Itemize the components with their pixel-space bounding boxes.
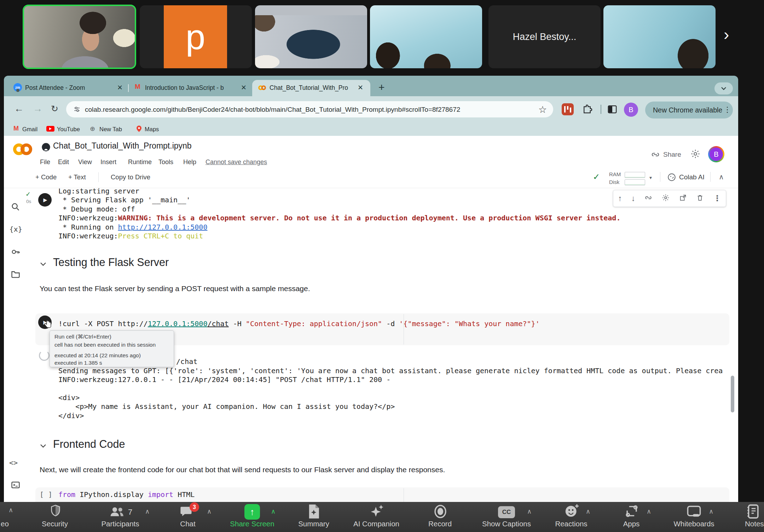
site-info-icon[interactable]: [73, 106, 81, 115]
chat-caret-icon[interactable]: ∧: [207, 508, 212, 515]
extensions-puzzle-icon[interactable]: [582, 104, 592, 116]
run-cell-button[interactable]: ▶: [38, 193, 52, 207]
bookmark-gmail[interactable]: Gmail: [22, 126, 37, 133]
menu-file[interactable]: File: [40, 158, 50, 166]
toolbar-item-video-partial[interactable]: eo: [1, 520, 9, 528]
share-screen-caret-icon[interactable]: ∧: [271, 508, 276, 515]
code-line-import[interactable]: from IPython.display import HTML: [58, 490, 195, 499]
bookmark-star-icon[interactable]: ☆: [538, 104, 547, 115]
flask-server-link[interactable]: http://127.0.0.1:5000: [118, 223, 208, 231]
participant-video[interactable]: [255, 5, 367, 68]
bookmark-new-tab[interactable]: New Tab: [99, 126, 122, 133]
captions-caret-icon[interactable]: ∧: [527, 508, 532, 515]
cell-exec-time: 0s: [26, 199, 31, 204]
colab-logo[interactable]: [12, 141, 33, 159]
share-button[interactable]: Share: [663, 151, 681, 158]
tab-intro-javascript[interactable]: Introduction to JavaScript - b: [145, 84, 224, 92]
collapse-sections-icon[interactable]: ∧: [719, 173, 724, 181]
cell-more-kebab-icon[interactable]: ⋮: [713, 194, 721, 203]
section-collapse-chevron-icon[interactable]: [40, 262, 47, 268]
menu-runtime[interactable]: Runtime: [128, 158, 152, 166]
apps-caret-icon[interactable]: ∧: [647, 508, 651, 515]
toolbar-divider: [601, 105, 601, 114]
participant-name-tile[interactable]: Hazel Bestoy...: [488, 5, 601, 68]
whiteboards-icon: [686, 505, 702, 520]
open-in-tab-icon[interactable]: [679, 194, 687, 203]
extension-icon[interactable]: [562, 103, 574, 115]
chrome-update-button[interactable]: New Chrome available ⋮: [645, 102, 733, 118]
toolbar-divider: [660, 172, 660, 182]
toolbar-item-notes[interactable]: Notes: [745, 520, 764, 528]
cell-toolbar: ↑ ↓ ⋮: [613, 190, 726, 207]
add-code-button[interactable]: + Code: [35, 173, 57, 181]
tab-close-icon[interactable]: ✕: [358, 83, 363, 92]
scrollbar-thumb[interactable]: [731, 376, 734, 412]
toolbar-item-record[interactable]: Record: [419, 520, 461, 528]
toolbar-item-whiteboards[interactable]: Whiteboards: [669, 520, 719, 528]
notebook-title[interactable]: Chat_Bot_Tutorial_With_Prompt.ipynb: [53, 141, 192, 151]
tab-overflow-button[interactable]: [714, 82, 733, 94]
cell-gutter[interactable]: [ ]: [40, 490, 52, 499]
toolbar-item-summary[interactable]: Summary: [289, 520, 338, 528]
participant-video[interactable]: [370, 5, 482, 68]
menu-view[interactable]: View: [78, 158, 92, 166]
side-panel-icon[interactable]: [607, 104, 618, 116]
code-snippets-icon[interactable]: <>: [9, 458, 18, 467]
bookmark-youtube[interactable]: YouTube: [57, 126, 80, 133]
menu-insert[interactable]: Insert: [100, 158, 116, 166]
toolbar-item-ai-companion[interactable]: AI Companion: [348, 520, 405, 528]
ram-gauge[interactable]: [625, 172, 645, 178]
gallery-more-arrow[interactable]: ›: [724, 25, 729, 44]
toolbar-item-apps[interactable]: Apps: [610, 520, 653, 528]
menu-edit[interactable]: Edit: [58, 158, 69, 166]
kebab-menu-icon[interactable]: ⋮: [724, 105, 731, 114]
back-icon[interactable]: ←: [14, 103, 24, 114]
participant-video-active-speaker[interactable]: [23, 5, 135, 68]
reload-icon[interactable]: ↻: [51, 104, 58, 114]
tab-close-icon[interactable]: ✕: [117, 83, 123, 92]
delete-cell-trash-icon[interactable]: [696, 194, 704, 203]
colab-ai-button[interactable]: Colab AI: [679, 173, 705, 181]
variables-icon[interactable]: {x}: [9, 225, 22, 233]
resources-dropdown-icon[interactable]: ▾: [649, 175, 652, 180]
new-tab-button[interactable]: +: [378, 81, 385, 93]
bookmark-maps[interactable]: Maps: [145, 126, 159, 133]
toolbar-item-reactions[interactable]: Reactions: [550, 520, 592, 528]
section-collapse-chevron-icon[interactable]: [40, 444, 47, 450]
whiteboards-caret-icon[interactable]: ∧: [709, 508, 713, 515]
colab-profile-avatar[interactable]: B: [708, 146, 724, 162]
participant-video[interactable]: [603, 5, 716, 68]
move-cell-down-icon[interactable]: ↓: [631, 194, 635, 203]
url-text[interactable]: colab.research.google.com/github/BenjiCo…: [85, 106, 460, 114]
files-folder-icon[interactable]: [11, 269, 21, 281]
save-status[interactable]: Cannot save changes: [206, 158, 267, 166]
move-cell-up-icon[interactable]: ↑: [618, 194, 622, 203]
toolbar-item-chat[interactable]: Chat: [167, 520, 209, 528]
settings-gear-icon[interactable]: [690, 149, 700, 160]
menu-tools[interactable]: Tools: [158, 158, 173, 166]
secrets-key-icon[interactable]: [11, 247, 21, 258]
disk-gauge[interactable]: [625, 179, 645, 185]
cell-settings-gear-icon[interactable]: [662, 194, 670, 203]
add-text-button[interactable]: + Text: [68, 173, 86, 181]
tab-post-attendee[interactable]: Post Attendee - Zoom: [25, 84, 85, 92]
tab-close-icon[interactable]: ✕: [241, 83, 247, 92]
video-caret-icon[interactable]: ∧: [8, 506, 13, 514]
run-cell-tooltip: Run cell (⌘/Ctrl+Enter) cell has not bee…: [50, 330, 174, 367]
toolbar-item-security[interactable]: Security: [35, 520, 74, 528]
code-line-curl[interactable]: !curl -X POST http://127.0.0.1:5000/chat…: [58, 319, 540, 329]
reactions-caret-icon[interactable]: ∧: [586, 508, 590, 515]
copy-cell-link-icon[interactable]: [644, 194, 652, 203]
toolbar-item-participants[interactable]: Participants: [96, 520, 145, 528]
toolbar-item-share-screen[interactable]: Share Screen: [224, 520, 280, 528]
participant-screen-share-tile[interactable]: p: [140, 5, 252, 68]
menu-help[interactable]: Help: [183, 158, 196, 166]
toolbar-item-show-captions[interactable]: Show Captions: [478, 520, 535, 528]
copy-to-drive-button[interactable]: Copy to Drive: [111, 173, 150, 181]
participants-caret-icon[interactable]: ∧: [145, 508, 150, 515]
search-icon[interactable]: [11, 202, 21, 213]
terminal-icon[interactable]: [11, 480, 21, 491]
tooltip-line: executed at 20:14 (22 minutes ago): [54, 352, 141, 359]
browser-profile-avatar[interactable]: B: [624, 103, 638, 117]
forward-icon[interactable]: →: [33, 103, 42, 114]
